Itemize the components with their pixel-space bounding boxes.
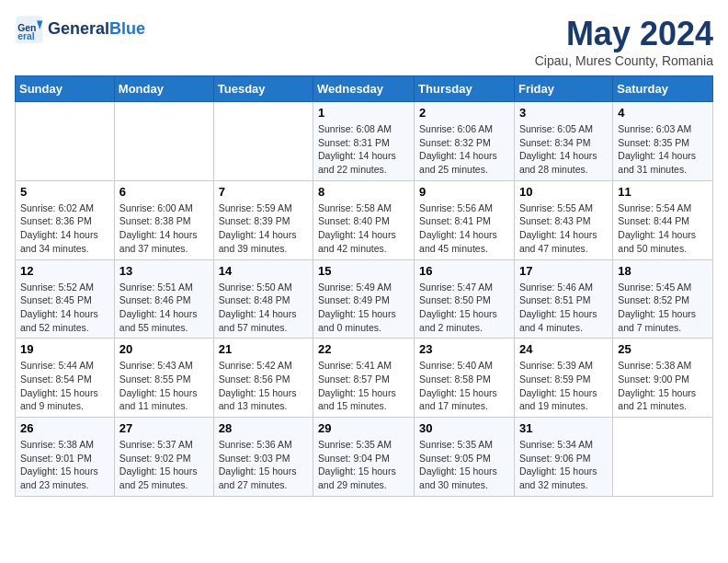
day-number: 1: [318, 106, 409, 120]
calendar-cell: 10Sunrise: 5:55 AM Sunset: 8:43 PM Dayli…: [514, 180, 612, 259]
calendar-cell: 4Sunrise: 6:03 AM Sunset: 8:35 PM Daylig…: [613, 102, 713, 181]
weekday-header-sunday: Sunday: [16, 76, 115, 102]
day-info: Sunrise: 6:02 AM Sunset: 8:36 PM Dayligh…: [20, 201, 109, 256]
weekday-header-friday: Friday: [514, 76, 612, 102]
calendar-cell: 20Sunrise: 5:43 AM Sunset: 8:55 PM Dayli…: [114, 339, 213, 418]
day-number: 15: [318, 264, 409, 278]
day-info: Sunrise: 5:51 AM Sunset: 8:46 PM Dayligh…: [119, 281, 209, 335]
day-number: 27: [119, 421, 209, 435]
day-number: 29: [318, 421, 409, 435]
day-number: 21: [219, 342, 308, 356]
week-row-1: 1Sunrise: 6:08 AM Sunset: 8:31 PM Daylig…: [16, 102, 713, 181]
day-number: 28: [219, 421, 308, 435]
day-number: 5: [20, 185, 109, 199]
weekday-header-saturday: Saturday: [613, 76, 713, 102]
calendar-cell: 27Sunrise: 5:37 AM Sunset: 9:02 PM Dayli…: [114, 418, 213, 497]
day-number: 14: [219, 264, 308, 278]
svg-text:eral: eral: [17, 31, 35, 41]
calendar-cell: 29Sunrise: 5:35 AM Sunset: 9:04 PM Dayli…: [313, 418, 415, 497]
day-info: Sunrise: 5:35 AM Sunset: 9:04 PM Dayligh…: [318, 438, 409, 492]
day-number: 23: [419, 342, 509, 356]
calendar-cell: 6Sunrise: 6:00 AM Sunset: 8:38 PM Daylig…: [114, 180, 213, 259]
weekday-header-monday: Monday: [114, 76, 213, 102]
calendar-cell: 13Sunrise: 5:51 AM Sunset: 8:46 PM Dayli…: [114, 259, 213, 339]
day-number: 7: [219, 185, 308, 199]
weekday-header-thursday: Thursday: [415, 76, 515, 102]
week-row-4: 19Sunrise: 5:44 AM Sunset: 8:54 PM Dayli…: [16, 339, 713, 418]
calendar-cell: [213, 102, 313, 181]
day-info: Sunrise: 5:34 AM Sunset: 9:06 PM Dayligh…: [519, 438, 608, 492]
logo-text: GeneralBlue: [48, 20, 145, 39]
day-number: 8: [318, 185, 409, 199]
day-number: 9: [419, 185, 509, 199]
day-number: 18: [618, 264, 708, 278]
day-number: 20: [119, 342, 209, 356]
day-info: Sunrise: 5:45 AM Sunset: 8:52 PM Dayligh…: [618, 281, 708, 335]
calendar-cell: 3Sunrise: 6:05 AM Sunset: 8:34 PM Daylig…: [514, 102, 612, 181]
day-number: 22: [318, 342, 409, 356]
calendar-table: SundayMondayTuesdayWednesdayThursdayFrid…: [15, 75, 713, 497]
day-info: Sunrise: 5:46 AM Sunset: 8:51 PM Dayligh…: [519, 281, 608, 335]
calendar-cell: 15Sunrise: 5:49 AM Sunset: 8:49 PM Dayli…: [313, 259, 415, 339]
day-info: Sunrise: 5:49 AM Sunset: 8:49 PM Dayligh…: [318, 281, 409, 335]
day-number: 2: [419, 106, 509, 120]
calendar-cell: 9Sunrise: 5:56 AM Sunset: 8:41 PM Daylig…: [415, 180, 515, 259]
logo: Gen eral GeneralBlue: [15, 15, 145, 44]
day-number: 6: [119, 185, 209, 199]
page-header: Gen eral GeneralBlue May 2024 Cipau, Mur…: [15, 15, 713, 68]
day-number: 3: [519, 106, 608, 120]
day-info: Sunrise: 5:58 AM Sunset: 8:40 PM Dayligh…: [318, 201, 409, 256]
day-number: 16: [419, 264, 509, 278]
day-info: Sunrise: 5:54 AM Sunset: 8:44 PM Dayligh…: [618, 201, 708, 256]
day-number: 13: [119, 264, 209, 278]
day-info: Sunrise: 5:40 AM Sunset: 8:58 PM Dayligh…: [419, 359, 509, 413]
day-number: 19: [20, 342, 109, 356]
day-info: Sunrise: 6:05 AM Sunset: 8:34 PM Dayligh…: [519, 122, 608, 177]
calendar-cell: 31Sunrise: 5:34 AM Sunset: 9:06 PM Dayli…: [514, 418, 612, 497]
day-number: 11: [618, 185, 708, 199]
day-info: Sunrise: 5:44 AM Sunset: 8:54 PM Dayligh…: [20, 359, 109, 413]
day-info: Sunrise: 5:41 AM Sunset: 8:57 PM Dayligh…: [318, 359, 409, 413]
day-number: 30: [419, 421, 509, 435]
calendar-cell: 12Sunrise: 5:52 AM Sunset: 8:45 PM Dayli…: [16, 259, 115, 339]
day-info: Sunrise: 5:50 AM Sunset: 8:48 PM Dayligh…: [219, 281, 308, 335]
week-row-3: 12Sunrise: 5:52 AM Sunset: 8:45 PM Dayli…: [16, 259, 713, 339]
calendar-cell: 16Sunrise: 5:47 AM Sunset: 8:50 PM Dayli…: [415, 259, 515, 339]
day-info: Sunrise: 5:38 AM Sunset: 9:01 PM Dayligh…: [20, 438, 109, 492]
calendar-cell: 14Sunrise: 5:50 AM Sunset: 8:48 PM Dayli…: [213, 259, 313, 339]
calendar-cell: 5Sunrise: 6:02 AM Sunset: 8:36 PM Daylig…: [16, 180, 115, 259]
weekday-header-row: SundayMondayTuesdayWednesdayThursdayFrid…: [16, 76, 713, 102]
calendar-cell: 2Sunrise: 6:06 AM Sunset: 8:32 PM Daylig…: [415, 102, 515, 181]
day-number: 17: [519, 264, 608, 278]
day-info: Sunrise: 6:03 AM Sunset: 8:35 PM Dayligh…: [618, 122, 708, 177]
calendar-cell: 24Sunrise: 5:39 AM Sunset: 8:59 PM Dayli…: [514, 339, 612, 418]
calendar-cell: 21Sunrise: 5:42 AM Sunset: 8:56 PM Dayli…: [213, 339, 313, 418]
day-number: 10: [519, 185, 608, 199]
day-info: Sunrise: 5:39 AM Sunset: 8:59 PM Dayligh…: [519, 359, 608, 413]
calendar-cell: [16, 102, 115, 181]
day-number: 12: [20, 264, 109, 278]
calendar-cell: 17Sunrise: 5:46 AM Sunset: 8:51 PM Dayli…: [514, 259, 612, 339]
day-info: Sunrise: 5:35 AM Sunset: 9:05 PM Dayligh…: [419, 438, 509, 492]
day-number: 26: [20, 421, 109, 435]
day-info: Sunrise: 5:36 AM Sunset: 9:03 PM Dayligh…: [219, 438, 308, 492]
title-block: May 2024 Cipau, Mures County, Romania: [535, 15, 713, 68]
calendar-cell: 19Sunrise: 5:44 AM Sunset: 8:54 PM Dayli…: [16, 339, 115, 418]
calendar-cell: 22Sunrise: 5:41 AM Sunset: 8:57 PM Dayli…: [313, 339, 415, 418]
day-info: Sunrise: 5:42 AM Sunset: 8:56 PM Dayligh…: [219, 359, 308, 413]
day-info: Sunrise: 6:06 AM Sunset: 8:32 PM Dayligh…: [419, 122, 509, 177]
calendar-cell: 18Sunrise: 5:45 AM Sunset: 8:52 PM Dayli…: [613, 259, 713, 339]
day-info: Sunrise: 5:47 AM Sunset: 8:50 PM Dayligh…: [419, 281, 509, 335]
day-info: Sunrise: 5:37 AM Sunset: 9:02 PM Dayligh…: [119, 438, 209, 492]
weekday-header-tuesday: Tuesday: [213, 76, 313, 102]
calendar-cell: 23Sunrise: 5:40 AM Sunset: 8:58 PM Dayli…: [415, 339, 515, 418]
calendar-cell: 26Sunrise: 5:38 AM Sunset: 9:01 PM Dayli…: [16, 418, 115, 497]
month-title: May 2024: [535, 15, 713, 53]
day-info: Sunrise: 5:38 AM Sunset: 9:00 PM Dayligh…: [618, 359, 708, 413]
calendar-cell: [114, 102, 213, 181]
day-info: Sunrise: 5:55 AM Sunset: 8:43 PM Dayligh…: [519, 201, 608, 256]
week-row-2: 5Sunrise: 6:02 AM Sunset: 8:36 PM Daylig…: [16, 180, 713, 259]
calendar-cell: 28Sunrise: 5:36 AM Sunset: 9:03 PM Dayli…: [213, 418, 313, 497]
day-info: Sunrise: 5:56 AM Sunset: 8:41 PM Dayligh…: [419, 201, 509, 256]
calendar-cell: 30Sunrise: 5:35 AM Sunset: 9:05 PM Dayli…: [415, 418, 515, 497]
